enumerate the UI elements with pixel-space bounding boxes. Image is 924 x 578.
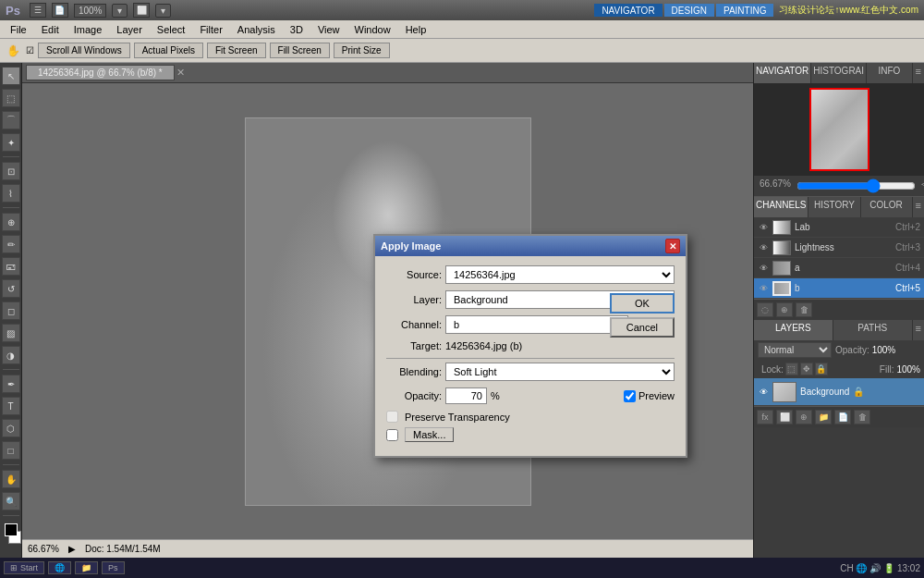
actual-pixels-btn[interactable]: Actual Pixels (134, 43, 203, 58)
eye-icon-b[interactable]: 👁 (758, 283, 769, 294)
lock-all-btn[interactable]: 🔒 (815, 363, 828, 375)
channel-lab[interactable]: 👁 Lab Ctrl+2 (754, 217, 924, 238)
tab-history[interactable]: HISTORY (808, 197, 860, 217)
zoom-btn[interactable]: ▾ (112, 4, 128, 18)
menu-window[interactable]: Window (348, 23, 397, 36)
wand-tool[interactable]: ✦ (2, 133, 20, 152)
marquee-tool[interactable]: ⬚ (2, 89, 20, 107)
mode-btn[interactable]: ▾ (155, 4, 171, 18)
menu-edit[interactable]: Edit (35, 23, 66, 36)
tab-channels[interactable]: CHANNELS (754, 197, 808, 217)
preserve-checkbox[interactable] (386, 411, 398, 423)
channel-lightness[interactable]: 👁 Lightness Ctrl+3 (754, 238, 924, 258)
cancel-button[interactable]: Cancel (610, 317, 675, 338)
layer-fx-btn[interactable]: fx (757, 410, 773, 424)
tab-info[interactable]: INFO (867, 63, 913, 83)
channel-name-lightness: Lightness (795, 242, 892, 252)
taskbar-explorer[interactable]: 📁 (75, 561, 98, 574)
source-select[interactable]: 14256364.jpg (445, 265, 675, 284)
start-button[interactable]: ⊞ Start (4, 561, 44, 574)
crop-tool[interactable]: ⊡ (2, 162, 20, 180)
history-brush-tool[interactable]: ↺ (2, 279, 20, 298)
clone-tool[interactable]: 🖃 (2, 257, 20, 276)
doc-icon[interactable]: 📄 (52, 3, 68, 18)
preserve-label: Preserve Transparency (405, 412, 510, 423)
hand-tool[interactable]: ✋ (2, 470, 20, 488)
lock-px-btn[interactable]: ⬚ (785, 363, 798, 375)
tab-color[interactable]: COLOR (861, 197, 913, 217)
hand-tool-icon[interactable]: ✋ (4, 42, 22, 60)
eye-icon-a[interactable]: 👁 (758, 263, 769, 274)
layer-background[interactable]: 👁 Background 🔒 (754, 378, 924, 406)
mask-checkbox[interactable] (386, 429, 398, 441)
layers-menu-btn[interactable]: ≡ (913, 320, 924, 340)
blending-row: Blending: Soft Light (386, 363, 675, 381)
menu-select[interactable]: Select (151, 23, 192, 36)
opacity-input[interactable]: 70 (445, 387, 487, 404)
scroll-all-windows-btn[interactable]: Scroll All Windows (38, 43, 130, 58)
essentials-btn[interactable]: NAVIGATOR (594, 4, 662, 17)
ok-button[interactable]: OK (610, 293, 675, 314)
taskbar-ie[interactable]: 🌐 (48, 561, 71, 574)
tab-navigator[interactable]: NAVIGATOR (754, 63, 811, 83)
lock-move-btn[interactable]: ✥ (800, 363, 813, 375)
text-tool[interactable]: T (2, 397, 20, 415)
mask-button[interactable]: Mask... (405, 427, 454, 442)
print-size-btn[interactable]: Print Size (334, 43, 390, 58)
panel-menu-btn[interactable]: ≡ (913, 63, 924, 83)
fill-screen-btn[interactable]: Fill Screen (270, 43, 330, 58)
painting-btn[interactable]: PAINTING (716, 4, 773, 17)
blending-select[interactable]: Soft Light (445, 363, 675, 381)
tab-layers[interactable]: LAYERS (754, 320, 833, 340)
path-tool[interactable]: ⬡ (2, 419, 20, 437)
channel-b[interactable]: 👁 b Ctrl+5 (754, 278, 924, 299)
dodge-tool[interactable]: ◑ (2, 346, 20, 364)
eyedropper-tool[interactable]: ⌇ (2, 184, 20, 203)
fit-screen-btn[interactable]: Fit Screen (207, 43, 266, 58)
menu-icon[interactable]: ☰ (30, 3, 46, 18)
menu-analysis[interactable]: Analysis (231, 23, 282, 36)
tab-histogram[interactable]: HISTOGRAI (811, 63, 867, 83)
mode-icon[interactable]: ⬜ (133, 3, 150, 18)
channel-thumb-a (772, 261, 791, 276)
design-btn[interactable]: DESIGN (664, 4, 714, 17)
eye-icon-layer[interactable]: 👁 (758, 387, 769, 398)
menu-file[interactable]: File (4, 23, 33, 36)
dialog-close-btn[interactable]: ✕ (665, 239, 680, 253)
tab-paths[interactable]: PATHS (833, 320, 913, 340)
heal-tool[interactable]: ⊕ (2, 213, 20, 231)
menu-filter[interactable]: Filter (193, 23, 228, 36)
fg-color-swatch[interactable] (5, 523, 18, 536)
layer-adj-btn[interactable]: ⊕ (796, 410, 812, 424)
gradient-tool[interactable]: ▨ (2, 324, 20, 342)
layer-group-btn[interactable]: 📁 (815, 410, 832, 424)
menu-help[interactable]: Help (399, 23, 433, 36)
channels-menu-btn[interactable]: ≡ (913, 197, 924, 217)
taskbar-ps[interactable]: Ps (102, 561, 125, 574)
shape-tool[interactable]: □ (2, 441, 20, 460)
menu-image[interactable]: Image (67, 23, 109, 36)
brush-tool[interactable]: ✏ (2, 235, 20, 253)
eye-icon-lab[interactable]: 👁 (758, 222, 769, 233)
zoom-slider[interactable] (796, 178, 916, 193)
channel-a[interactable]: 👁 a Ctrl+4 (754, 258, 924, 278)
eraser-tool[interactable]: ◻ (2, 301, 20, 320)
ch-new-btn[interactable]: ⊕ (776, 302, 793, 317)
zoom-tool[interactable]: 🔍 (2, 492, 20, 510)
menu-layer[interactable]: Layer (110, 23, 149, 36)
move-tool[interactable]: ↖ (2, 67, 20, 85)
dialog-titlebar: Apply Image ✕ (375, 236, 686, 256)
pen-tool[interactable]: ✒ (2, 375, 20, 393)
ch-delete-btn[interactable]: 🗑 (796, 302, 812, 317)
channel-select[interactable]: b (445, 315, 628, 334)
eye-icon-lightness[interactable]: 👁 (758, 242, 769, 253)
layer-delete-btn[interactable]: 🗑 (854, 410, 870, 424)
preview-checkbox[interactable] (624, 390, 636, 402)
ch-dotted-circle-btn[interactable]: ◌ (757, 302, 773, 317)
layer-new-btn[interactable]: 📄 (834, 410, 851, 424)
blend-mode-select[interactable]: Normal (758, 342, 832, 358)
layer-mask-btn[interactable]: ⬜ (776, 410, 793, 424)
lasso-tool[interactable]: ⌒ (2, 111, 20, 129)
menu-view[interactable]: View (311, 23, 346, 36)
menu-3d[interactable]: 3D (284, 23, 310, 36)
